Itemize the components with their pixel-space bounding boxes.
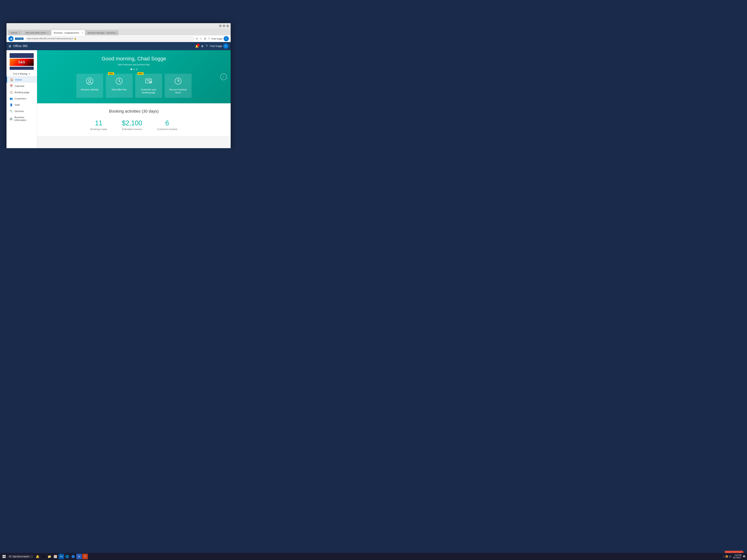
topbar-right: 🔔 1 ⚙ ? Chad Sogge C	[195, 44, 228, 49]
tab-close-icon[interactable]: ✕	[19, 32, 20, 34]
settings-icon[interactable]: ⚙	[201, 45, 204, 48]
sidebar-item-label: Booking page	[15, 91, 29, 94]
svg-point-1	[88, 79, 91, 82]
business-name-text: S & S Racing	[13, 73, 27, 75]
business-name-selector[interactable]: S & S Racing ▼	[6, 71, 37, 77]
address-text: https://outlook.office365.com/owa/?realm…	[27, 37, 73, 39]
card-label: Add buffer time	[111, 88, 127, 91]
card-business-hours[interactable]: Set your business hours	[165, 74, 191, 98]
sidebar-item-label: Customers	[15, 97, 26, 100]
sidebar-item-business-info[interactable]: 🏢 Business information	[6, 114, 37, 123]
sidebar: S&S S & S Racing ▼ 🏠 Home 📅 Calendar 📋 B…	[6, 50, 37, 148]
tab-label: Business Manager - Dynamica...	[88, 32, 117, 34]
card-label: Add your calendar	[81, 88, 99, 91]
main-content: Good morning, Chad Sogge New features an…	[37, 50, 231, 148]
buffer-card-icon	[115, 77, 123, 86]
sidebar-item-label: Home	[15, 78, 22, 81]
new-badge: NEW	[108, 72, 114, 75]
browser-controls: ─ □ ✕	[219, 25, 229, 27]
tab-close-icon[interactable]: ✕	[118, 32, 119, 34]
business-logo: S&S	[10, 53, 34, 70]
tab-close-icon[interactable]: ✕	[82, 32, 83, 34]
tab-label: Bookings - csogge@sandsr...	[54, 32, 81, 34]
logo-image: S&S	[10, 59, 34, 66]
dot-2[interactable]	[133, 69, 135, 70]
inprivate-badge: InPrivate	[15, 37, 24, 40]
help-icon[interactable]: ?	[208, 37, 210, 40]
sidebar-item-customers[interactable]: 👥 Customers	[6, 96, 37, 102]
calendar-card-icon	[86, 77, 93, 86]
app-topbar: ⊞ Office 365 🔔 1 ⚙ ? Chad Sogge C	[6, 42, 231, 50]
sidebar-item-services[interactable]: 🔧 Services	[6, 108, 37, 114]
logo-top-bar	[10, 53, 34, 58]
back-button[interactable]: ◀	[8, 36, 14, 41]
sidebar-item-label: Business information	[15, 116, 34, 122]
refresh-icon[interactable]: ↺	[196, 37, 198, 40]
hero-dots	[45, 69, 223, 70]
dot-1[interactable]	[131, 69, 132, 70]
app-content: S&S S & S Racing ▼ 🏠 Home 📅 Calendar 📋 B…	[6, 50, 231, 148]
sidebar-item-booking-page[interactable]: 📋 Booking page	[6, 89, 37, 96]
services-icon: 🔧	[9, 110, 13, 113]
sidebar-item-label: Calendar	[15, 85, 24, 87]
card-label: Set your business hours	[168, 88, 188, 94]
estimated-revenue-value: $2,100	[122, 119, 142, 127]
business-icon: 🏢	[9, 117, 12, 120]
topbar-username: Chad Sogge	[210, 45, 222, 47]
svg-point-7	[149, 81, 151, 83]
tab-label: Microsoft Office Home	[26, 32, 46, 34]
svg-point-5	[119, 81, 120, 81]
bookings-made-value: 11	[91, 119, 107, 127]
hero-subtitle: New features and product tips	[45, 63, 223, 66]
app-title: Office 365	[14, 45, 28, 48]
user-avatar[interactable]: C	[224, 36, 229, 41]
settings-icon[interactable]: ⚙	[204, 37, 206, 40]
tab-bookings[interactable]: Bookings - csogge@sandsr... ✕	[52, 30, 85, 35]
tab-outlook[interactable]: Outlook ✕	[8, 30, 23, 35]
customers-icon: 👥	[9, 97, 13, 100]
booking-icon: 📋	[9, 91, 13, 94]
customers-booked-value: 6	[157, 119, 177, 127]
card-customize-booking[interactable]: NEW Customize your booking page	[135, 74, 162, 98]
svg-point-11	[178, 81, 178, 81]
home-icon: 🏠	[10, 78, 14, 81]
logo-bottom-bar	[10, 67, 34, 70]
sidebar-item-staff[interactable]: 👤 Staff	[6, 102, 37, 108]
tab-business-manager[interactable]: Business Manager - Dynamica... ✕	[85, 30, 119, 35]
topbar-avatar[interactable]: C	[223, 44, 228, 49]
booking-activities-section: Booking activities (30 days) 11 Bookings…	[37, 103, 231, 136]
minimize-button[interactable]: ─	[219, 25, 222, 27]
hours-card-icon	[174, 77, 182, 86]
tab-office-home[interactable]: Microsoft Office Home ✕	[23, 30, 51, 35]
new-badge: NEW	[137, 72, 144, 75]
address-bar[interactable]: https://outlook.office365.com/owa/?realm…	[25, 36, 194, 41]
sidebar-item-calendar[interactable]: 📅 Calendar	[6, 83, 37, 89]
help-icon[interactable]: ?	[206, 45, 207, 48]
tab-close-icon[interactable]: ✕	[47, 32, 49, 34]
user-area: Chad Sogge C	[211, 36, 229, 41]
dot-3[interactable]	[136, 69, 137, 70]
notification-icon[interactable]: 🔔 1	[195, 45, 199, 48]
carousel-next-button[interactable]: ›	[220, 74, 227, 80]
svg-point-0	[86, 78, 93, 84]
grid-icon[interactable]: ⊞	[9, 45, 11, 48]
close-button[interactable]: ✕	[227, 25, 229, 27]
estimated-revenue-label: Estimated revenue	[122, 128, 142, 131]
maximize-button[interactable]: □	[223, 25, 225, 27]
hero-banner: Good morning, Chad Sogge New features an…	[37, 50, 231, 103]
sidebar-item-label: Services	[15, 110, 24, 113]
sidebar-item-label: Staff	[15, 104, 20, 106]
stat-bookings-made: 11 Bookings made	[91, 119, 107, 131]
staff-icon: 👤	[9, 103, 13, 106]
card-add-buffer[interactable]: NEW Add buffer time	[106, 74, 133, 98]
booking-stats: 11 Bookings made $2,100 Estimated revenu…	[45, 119, 223, 131]
sidebar-item-home[interactable]: 🏠 Home	[6, 77, 37, 83]
toolbar-icons: ↺ ☆ ⚙ ?	[196, 37, 210, 40]
user-name: Chad Sogge	[211, 37, 223, 40]
calendar-icon: 📅	[9, 84, 13, 87]
customers-booked-label: Customers booked	[157, 128, 177, 131]
star-icon[interactable]: ☆	[200, 37, 202, 40]
card-add-calendar[interactable]: Add your calendar	[76, 74, 103, 98]
customize-card-icon	[145, 77, 152, 86]
feature-cards: Add your calendar NEW Add buf	[45, 74, 223, 98]
